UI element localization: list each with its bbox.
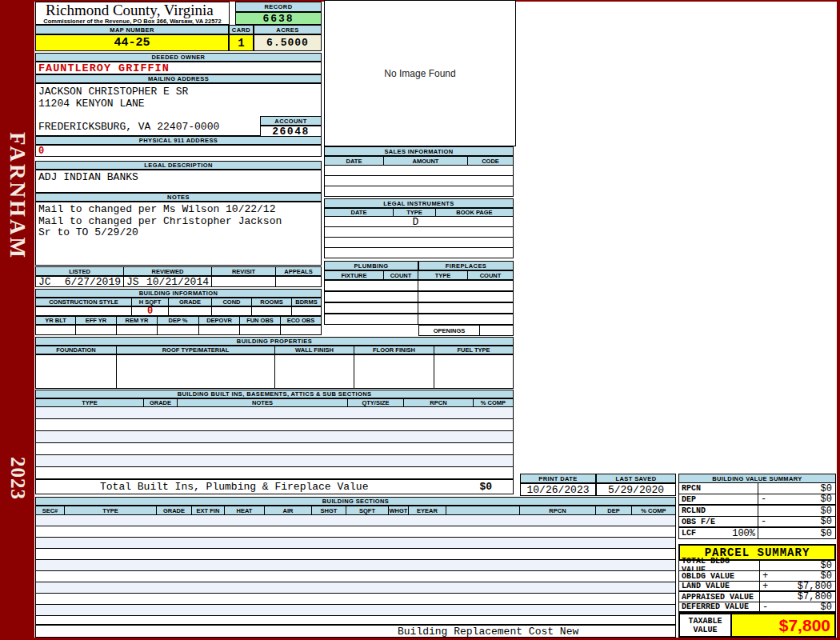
reviewed-value: JS 10/21/2014 (124, 276, 212, 287)
bi-qtysize-header: QTY/SIZE (348, 398, 404, 407)
card-value: 1 (229, 34, 254, 51)
bs-air-header: AIR (265, 506, 312, 515)
sales-row (324, 166, 514, 176)
bvs-lcf-label: LCF (682, 529, 696, 538)
bs-spacer-header (446, 506, 520, 515)
fireplace-count-header: COUNT (468, 270, 514, 280)
taxable-label-line1: TAXABLE (688, 617, 722, 626)
effyr-header: EFF YR (76, 316, 117, 325)
bvs-lcf-value: $0 (772, 528, 835, 539)
bs-comp-header: % COMP (632, 506, 676, 515)
legal-instrument-row (324, 248, 514, 258)
building-properties-value-row (35, 354, 514, 389)
legal-instrument-row: D (324, 217, 514, 227)
taxable-value: $7,800 (732, 613, 836, 638)
bvs-row-dep: DEP -$0 (678, 494, 836, 506)
appeals-value (276, 276, 322, 287)
bi-notes-header: NOTES (178, 398, 348, 407)
built-ins-row (35, 467, 514, 479)
fuel-type-header: FUEL TYPE (434, 346, 514, 354)
deppct-value (158, 325, 199, 335)
listed-value: JC 6/27/2019 (35, 276, 124, 287)
mailing-address-label: MAILING ADDRESS (35, 74, 322, 83)
cond-header: COND (212, 298, 252, 306)
yrblt-header: YR BLT (35, 316, 76, 325)
taxable-value-label: TAXABLE VALUE (678, 613, 732, 638)
map-number-label: MAP NUMBER (35, 25, 229, 34)
land-value-label: LAND VALUE (678, 582, 760, 592)
rooms-header: ROOMS (252, 298, 292, 306)
built-ins-total-value: $0 (479, 481, 492, 493)
legal-instruments-label: LEGAL INSTRUMENTS (324, 198, 514, 208)
li-row1-type: D (394, 217, 437, 227)
deferred-value-label: DEFERRED VALUE (678, 602, 760, 613)
bs-shgt-header: SHGT (312, 506, 346, 515)
funobs-header: FUN OBS (240, 316, 281, 325)
land-value-op: + (760, 581, 774, 592)
building-section-row (35, 526, 676, 538)
sales-row (324, 186, 514, 197)
acres-value: 6.5000 (254, 34, 322, 51)
reviewed-date: 10/21/2014 (146, 276, 209, 287)
tax-year-vertical: 2023 (0, 446, 34, 510)
building-section-row (35, 538, 676, 549)
plumbing-cell (324, 314, 418, 325)
building-info-header-row-2: YR BLT EFF YR REM YR DEP % DEPOVR FUN OB… (35, 316, 322, 325)
building-section-row (35, 515, 676, 526)
roof-header: ROOF TYPE/MATERIAL (117, 346, 275, 354)
bvs-dep-value: $0 (772, 494, 835, 505)
depovr-value (199, 325, 240, 335)
bvs-row-rpcn: RPCN $0 (678, 483, 836, 494)
openings-value (480, 325, 514, 336)
plumbing-label: PLUMBING (324, 261, 418, 270)
sales-date-header: DATE (324, 156, 384, 166)
revisit-value (212, 276, 276, 287)
revisit-header: REVISIT (212, 266, 276, 276)
sales-row (324, 176, 514, 186)
grade-header: GRADE (169, 298, 212, 306)
openings-row: OPENINGS (418, 325, 514, 336)
card-label: CARD (229, 25, 254, 34)
fixture-header: FIXTURE (324, 270, 384, 280)
appraised-value-label: APPRAISED VALUE (678, 592, 760, 602)
deppct-header: DEP % (158, 316, 199, 325)
remyr-header: REM YR (117, 316, 158, 325)
built-ins-row (35, 443, 514, 455)
bs-sqft-header: SQFT (346, 506, 389, 515)
built-ins-row (35, 455, 514, 467)
reviewed-header: REVIEWED (124, 266, 212, 276)
plumbing-fireplace-row (324, 291, 514, 302)
legal-instrument-row (324, 227, 514, 238)
wall-finish-value (275, 354, 354, 389)
review-value-row: JC 6/27/2019 JS 10/21/2014 (35, 276, 322, 287)
fireplace-cell (418, 280, 514, 291)
yrblt-value (35, 325, 76, 335)
account-label: ACCOUNT (260, 116, 322, 126)
bs-heat-header: HEAT (225, 506, 265, 515)
notes-line-2: Mail to changed per Christopher Jackson (38, 216, 321, 228)
fireplace-cell (418, 302, 514, 314)
plumbing-fireplace-row (324, 280, 514, 291)
effyr-value (76, 325, 117, 335)
depovr-header: DEPOVR (199, 316, 240, 325)
review-header-row: LISTED REVIEWED REVISIT APPEALS (35, 266, 322, 276)
bvs-row-obs: OBS F/E -$0 (678, 517, 836, 528)
plumbing-cell (324, 302, 418, 314)
footer-text: Building Replacement Cost New (398, 626, 578, 638)
fireplaces-label: FIREPLACES (418, 261, 514, 270)
building-info-header-row-1: CONSTRUCTION STYLE H SQFT GRADE COND ROO… (35, 298, 322, 306)
ecoobs-header: ECO OBS (281, 316, 322, 325)
listed-header: LISTED (35, 266, 124, 276)
building-sections-header-row: SEC# TYPE GRADE EXT FIN HEAT AIR SHGT SQ… (35, 506, 676, 515)
deeded-owner-value: FAUNTLEROY GRIFFIN (35, 62, 322, 74)
footer-row: Building Replacement Cost New (35, 625, 676, 638)
building-section-row (35, 605, 676, 616)
bvs-obs-op: - (758, 516, 772, 527)
physical-911-label: PHYSICAL 911 ADDRESS (35, 136, 322, 145)
building-properties-header-row: FOUNDATION ROOF TYPE/MATERIAL WALL FINIS… (35, 346, 514, 354)
floor-finish-header: FLOOR FINISH (354, 346, 434, 354)
building-section-row (35, 616, 676, 625)
bvs-dep-label: DEP (678, 494, 758, 506)
county-subtitle: Commissioner of the Revenue, PO Box 366,… (36, 18, 229, 25)
legal-description-value: ADJ INDIAN BANKS (35, 170, 322, 193)
